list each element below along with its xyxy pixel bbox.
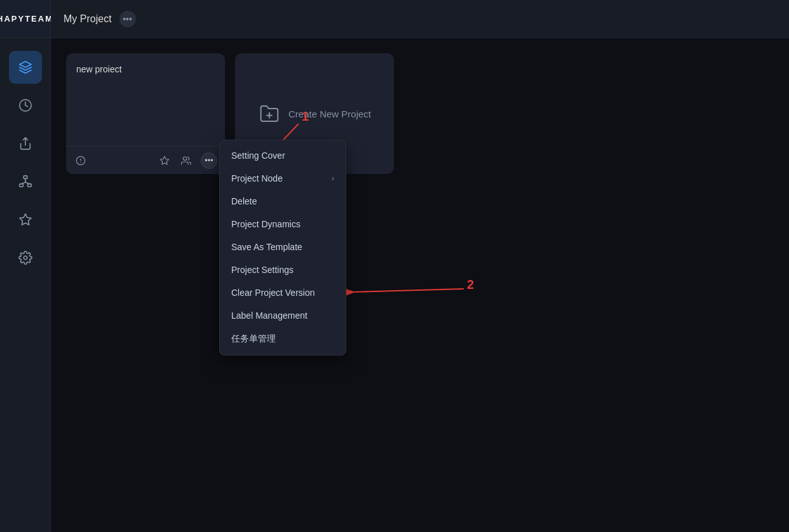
svg-line-7 [21, 182, 25, 184]
svg-point-10 [24, 256, 27, 260]
star-footer-icon[interactable] [158, 154, 172, 168]
main-content: My Project ••• new proiect [51, 0, 789, 532]
sidebar-item-network[interactable] [9, 165, 42, 198]
svg-point-15 [183, 157, 186, 160]
sidebar-item-favorites[interactable] [9, 203, 42, 236]
settings-icon [18, 251, 32, 265]
content-area: new proiect [51, 38, 789, 532]
menu-item-save-template[interactable]: Save As Template [220, 236, 346, 258]
members-icon[interactable] [179, 154, 193, 168]
sidebar-item-share[interactable] [9, 127, 42, 160]
svg-marker-9 [19, 214, 30, 225]
create-project-icon [258, 102, 281, 125]
clock-icon [18, 98, 32, 112]
sidebar: HAPYTEAM [0, 0, 51, 532]
menu-item-label-management[interactable]: Label Management [220, 304, 346, 327]
svg-marker-14 [160, 156, 168, 164]
create-project-label: Create New Project [288, 109, 371, 119]
share-icon [18, 136, 32, 150]
info-icon[interactable] [74, 154, 88, 168]
star-icon [18, 213, 32, 227]
project-card-title: new proiect [76, 64, 122, 74]
context-menu: Setting Cover Project Node › Delete Proj… [219, 140, 346, 356]
menu-item-setting-cover[interactable]: Setting Cover [220, 144, 346, 167]
project-more-button[interactable]: ••• [201, 152, 217, 169]
svg-text:2: 2 [467, 277, 474, 291]
menu-item-task-management[interactable]: 任务单管理 [220, 327, 346, 351]
project-card-footer: ••• [66, 146, 225, 174]
sidebar-nav [9, 38, 42, 532]
header-more-button[interactable]: ••• [119, 11, 136, 27]
app-logo: HAPYTEAM [0, 0, 50, 38]
menu-item-project-dynamics[interactable]: Project Dynamics [220, 213, 346, 236]
project-card-body: new proiect [66, 53, 225, 146]
svg-line-8 [25, 182, 29, 184]
sidebar-item-settings[interactable] [9, 241, 42, 274]
network-icon [18, 175, 32, 189]
layers-icon [18, 60, 32, 74]
menu-item-delete[interactable]: Delete [220, 190, 346, 213]
page-title: My Project [64, 13, 112, 25]
sidebar-item-timeline[interactable] [9, 89, 42, 122]
menu-item-clear-version[interactable]: Clear Project Version [220, 281, 346, 304]
menu-item-project-settings[interactable]: Project Settings [220, 258, 346, 281]
sidebar-item-projects[interactable] [9, 51, 42, 84]
header: My Project ••• [51, 0, 789, 38]
menu-item-project-node[interactable]: Project Node › [220, 167, 346, 190]
svg-line-23 [353, 289, 464, 292]
project-grid: new proiect [66, 53, 774, 174]
chevron-right-icon: › [332, 174, 334, 183]
svg-marker-0 [19, 62, 30, 67]
project-card[interactable]: new proiect [66, 53, 225, 174]
